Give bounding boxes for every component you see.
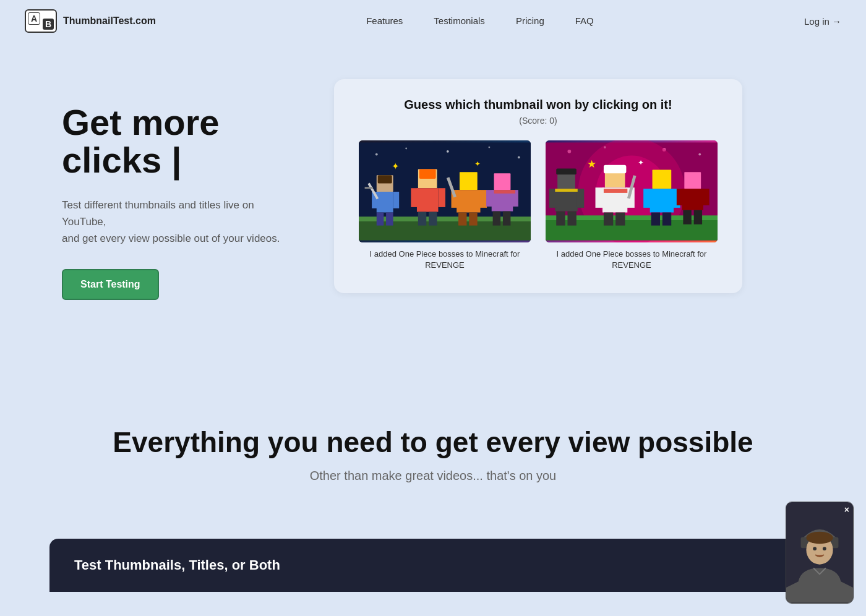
svg-point-3 (447, 150, 449, 153)
svg-point-1 (375, 153, 378, 156)
features-title: Everything you need to get every view po… (49, 426, 817, 459)
thumbnail-left-image: ✦ ✦ (359, 140, 531, 242)
svg-rect-24 (460, 172, 478, 190)
hero-description: Test different thumbnails and titles liv… (62, 197, 297, 247)
thumbnail-left[interactable]: ✦ ✦ I added One Piece bosses to Minecraf… (359, 140, 531, 271)
svg-rect-19 (417, 188, 439, 212)
svg-point-44 (698, 153, 701, 156)
svg-rect-28 (458, 213, 466, 226)
svg-rect-77 (694, 210, 702, 225)
logo-badge: A B (25, 9, 57, 33)
thumbnail-left-caption: I added One Piece bosses to Minecraft fo… (359, 249, 531, 271)
thumbnail-right[interactable]: ★ ✦ I added One Piece bosses to Minecraf… (546, 140, 718, 271)
svg-text:✦: ✦ (474, 160, 481, 168)
svg-rect-16 (365, 187, 373, 189)
svg-rect-21 (438, 188, 445, 207)
nav-faq[interactable]: FAQ (575, 15, 594, 26)
svg-rect-33 (486, 190, 493, 207)
svg-point-41 (567, 150, 571, 153)
svg-rect-60 (596, 187, 604, 208)
hero-section: Get more clicks | Test different thumbna… (0, 42, 866, 388)
features-subtitle: Other than make great videos... that's o… (49, 469, 817, 483)
svg-rect-70 (651, 213, 660, 226)
svg-rect-22 (418, 212, 426, 226)
svg-rect-50 (556, 169, 577, 175)
nav-links: Features Testimonials Pricing FAQ (366, 15, 594, 27)
svg-rect-63 (615, 213, 625, 226)
svg-rect-72 (684, 172, 701, 189)
svg-text:✦: ✦ (638, 159, 644, 166)
nav-testimonials[interactable]: Testimonials (434, 15, 485, 26)
video-popup-close-button[interactable]: × (844, 505, 849, 515)
svg-rect-12 (393, 192, 400, 208)
start-testing-button[interactable]: Start Testing (62, 269, 159, 300)
logo-a: A (28, 12, 40, 25)
hero-title: Get more clicks | (62, 104, 297, 179)
svg-rect-27 (480, 190, 487, 208)
svg-rect-73 (682, 189, 703, 210)
svg-rect-68 (643, 189, 651, 208)
svg-point-86 (823, 547, 826, 550)
svg-rect-62 (604, 213, 613, 226)
nav-features[interactable]: Features (366, 15, 403, 26)
svg-point-84 (806, 532, 833, 544)
hero-left: Get more clicks | Test different thumbna… (62, 79, 297, 300)
svg-rect-74 (677, 189, 684, 205)
bottom-card: Test Thumbnails, Titles, or Both (49, 539, 817, 592)
brand-logo-link[interactable]: A B ThumbnailTest.com (25, 9, 156, 33)
bottom-card-title: Test Thumbnails, Titles, or Both (74, 557, 280, 573)
svg-rect-23 (429, 212, 437, 226)
svg-point-2 (405, 148, 407, 150)
svg-point-85 (813, 547, 817, 550)
svg-point-4 (488, 147, 490, 148)
svg-rect-51 (555, 189, 577, 211)
logo-b: B (43, 19, 54, 30)
svg-rect-71 (662, 213, 671, 226)
svg-rect-9 (378, 175, 392, 183)
demo-card: Guess which thumbnail won by clicking on… (334, 79, 742, 293)
nav-pricing[interactable]: Pricing (516, 15, 544, 26)
svg-rect-67 (650, 189, 674, 212)
video-content (786, 502, 853, 603)
svg-rect-58 (604, 165, 626, 173)
brand-name: ThumbnailTest.com (63, 15, 156, 27)
svg-rect-75 (702, 189, 710, 205)
svg-rect-14 (386, 213, 393, 226)
svg-rect-55 (567, 212, 576, 226)
svg-point-5 (518, 156, 520, 158)
svg-text:★: ★ (587, 158, 596, 170)
navbar: A B ThumbnailTest.com Features Testimoni… (0, 0, 866, 42)
svg-rect-29 (469, 213, 477, 226)
svg-rect-25 (457, 190, 480, 212)
svg-rect-13 (377, 213, 384, 226)
video-popup: × (786, 502, 854, 604)
svg-rect-66 (653, 170, 672, 189)
svg-rect-36 (503, 212, 510, 226)
svg-rect-35 (493, 212, 500, 226)
demo-card-title: Guess which thumbnail won by clicking on… (359, 98, 718, 112)
demo-card-score: (Score: 0) (359, 116, 718, 126)
svg-rect-18 (419, 169, 436, 179)
svg-rect-20 (411, 188, 418, 207)
thumbnail-right-image: ★ ✦ (546, 140, 718, 242)
login-link[interactable]: Log in → (804, 16, 841, 27)
svg-rect-56 (555, 189, 577, 192)
features-section: Everything you need to get every view po… (0, 388, 866, 539)
svg-rect-37 (494, 190, 516, 194)
thumbnail-right-caption: I added One Piece bosses to Minecraft fo… (546, 249, 718, 271)
svg-rect-10 (377, 192, 393, 213)
svg-text:✦: ✦ (392, 161, 400, 171)
thumbnails-row: ✦ ✦ I added One Piece bosses to Minecraf… (359, 140, 718, 271)
svg-rect-31 (494, 173, 511, 190)
svg-rect-64 (604, 189, 627, 193)
svg-rect-76 (683, 210, 691, 225)
svg-rect-54 (556, 212, 565, 226)
